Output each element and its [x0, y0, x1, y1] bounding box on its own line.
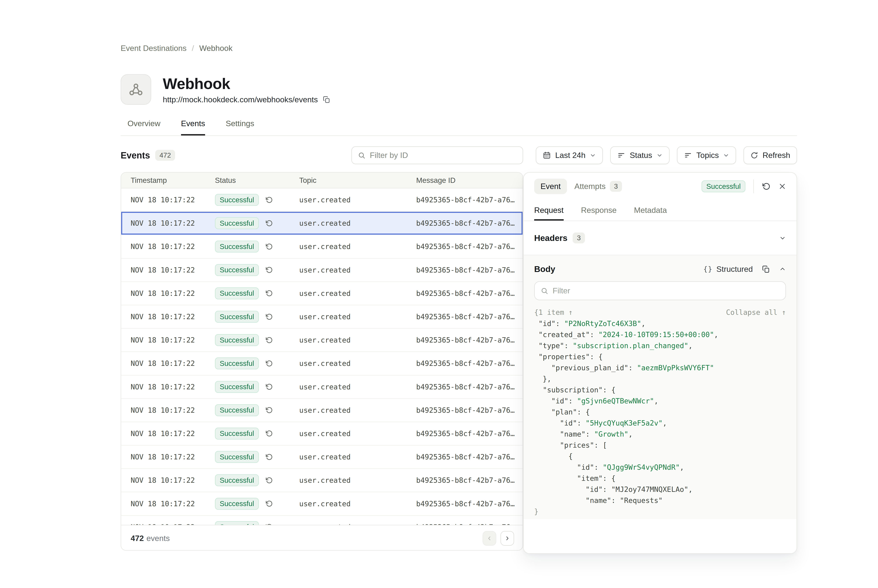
retry-icon[interactable] — [265, 500, 273, 508]
retry-icon[interactable] — [265, 336, 273, 344]
retry-event-button[interactable] — [762, 182, 771, 191]
cell-topic: user.created — [299, 289, 416, 298]
collapse-body-button[interactable] — [779, 266, 786, 273]
copy-url-button[interactable] — [323, 96, 331, 104]
table-row[interactable]: NOV 18 10:17:22Successfuluser.createdb49… — [121, 399, 523, 422]
cell-topic: user.created — [299, 476, 416, 484]
breadcrumb: Event Destinations / Webhook — [121, 44, 233, 53]
retry-icon[interactable] — [265, 266, 273, 274]
cell-topic: user.created — [299, 500, 416, 508]
events-total-label: events — [146, 534, 170, 543]
tab-metadata[interactable]: Metadata — [634, 200, 667, 220]
cell-status: Successful — [215, 217, 299, 229]
event-tab[interactable]: Event — [534, 178, 567, 194]
cell-status: Successful — [215, 404, 299, 416]
attempts-tab[interactable]: Attempts 3 — [574, 181, 622, 192]
retry-icon[interactable] — [265, 360, 273, 368]
table-row[interactable]: NOV 18 10:17:22Successfuluser.createdb49… — [121, 422, 523, 446]
table-row[interactable]: NOV 18 10:17:22Successfuluser.createdb49… — [121, 375, 523, 399]
status-badge: Successful — [215, 381, 259, 393]
table-row[interactable]: NOV 18 10:17:22Successfuluser.createdb49… — [121, 446, 523, 469]
json-items-summary[interactable]: {1 item ↑ — [534, 308, 573, 316]
webhook-icon — [128, 82, 144, 98]
table-row[interactable]: NOV 18 10:17:22Successfuluser.createdb49… — [121, 189, 523, 212]
structured-mode-toggle[interactable]: {} Structured — [703, 265, 753, 274]
cell-timestamp: NOV 18 10:17:22 — [131, 476, 215, 484]
copy-icon — [323, 96, 331, 104]
retry-icon[interactable] — [265, 406, 273, 414]
table-row[interactable]: NOV 18 10:17:22Successfuluser.createdb49… — [121, 282, 523, 305]
refresh-button[interactable]: Refresh — [744, 146, 797, 164]
close-panel-button[interactable] — [779, 183, 786, 190]
headers-section[interactable]: Headers 3 — [524, 221, 797, 255]
topics-filter-button[interactable]: Topics — [677, 146, 736, 164]
table-row[interactable]: NOV 18 10:17:22Successfuluser.createdb49… — [121, 259, 523, 282]
detail-panel-bottom-spacer — [524, 519, 797, 553]
table-row[interactable]: NOV 18 10:17:22Successfuluser.createdb49… — [121, 212, 523, 235]
events-toolbar: Events 472 — [121, 146, 797, 164]
table-row[interactable]: NOV 18 10:17:22Successfuluser.createdb49… — [121, 352, 523, 375]
status-filter-button[interactable]: Status — [610, 146, 669, 164]
tab-response[interactable]: Response — [581, 200, 617, 220]
breadcrumb-parent[interactable]: Event Destinations — [121, 44, 186, 53]
cell-timestamp: NOV 18 10:17:22 — [131, 359, 215, 368]
refresh-label: Refresh — [762, 151, 790, 160]
table-header-row: Timestamp Status Topic Message ID — [121, 172, 523, 189]
collapse-all-button[interactable]: Collapse all ↑ — [726, 308, 786, 316]
retry-icon[interactable] — [265, 290, 273, 297]
table-row[interactable]: NOV 18 10:17:22Successfuluser.createdb49… — [121, 328, 523, 352]
cell-timestamp: NOV 18 10:17:22 — [131, 406, 215, 414]
events-table: Timestamp Status Topic Message ID NOV 18… — [121, 172, 523, 550]
close-icon — [779, 183, 786, 190]
table-row[interactable]: NOV 18 10:17:22Successfuluser.createdb49… — [121, 492, 523, 516]
column-header-message-id: Message ID — [416, 176, 523, 184]
json-line: "properties": { — [534, 351, 786, 362]
json-line: "plan": { — [534, 406, 786, 418]
retry-icon[interactable] — [265, 313, 273, 321]
tab-events[interactable]: Events — [181, 119, 205, 135]
chevron-down-icon — [590, 152, 596, 159]
cell-message-id: b4925365-b8cf-42b7-a76… — [416, 219, 523, 227]
tab-settings[interactable]: Settings — [226, 119, 254, 135]
status-badge: Successful — [215, 474, 259, 486]
time-range-button[interactable]: Last 24h — [536, 146, 603, 164]
previous-page-button[interactable] — [483, 531, 496, 546]
retry-icon[interactable] — [265, 429, 273, 438]
retry-icon[interactable] — [265, 476, 273, 484]
cell-topic: user.created — [299, 219, 416, 227]
retry-icon[interactable] — [265, 453, 273, 461]
retry-icon[interactable] — [265, 383, 273, 391]
cell-topic: user.created — [299, 196, 416, 204]
table-row[interactable]: NOV 18 10:17:22Successfuluser.createdb49… — [121, 516, 523, 525]
body-filter-input[interactable] — [553, 286, 780, 296]
retry-icon[interactable] — [265, 219, 273, 227]
cell-message-id: b4925365-b8cf-42b7-a76… — [416, 242, 523, 251]
table-row[interactable]: NOV 18 10:17:22Successfuluser.createdb49… — [121, 469, 523, 492]
chevron-down-icon[interactable] — [779, 235, 786, 242]
tab-overview[interactable]: Overview — [128, 119, 161, 135]
retry-icon[interactable] — [265, 243, 273, 250]
next-page-button[interactable] — [501, 531, 514, 546]
copy-body-button[interactable] — [762, 265, 770, 273]
table-row[interactable]: NOV 18 10:17:22Successfuluser.createdb49… — [121, 305, 523, 328]
divider — [753, 180, 754, 193]
cell-message-id: b4925365-b8cf-42b7-a76… — [416, 383, 523, 391]
retry-icon[interactable] — [265, 196, 273, 204]
cell-timestamp: NOV 18 10:17:22 — [131, 242, 215, 251]
tab-request[interactable]: Request — [534, 200, 564, 220]
cell-status: Successful — [215, 381, 299, 393]
cell-status: Successful — [215, 264, 299, 276]
cell-status: Successful — [215, 241, 299, 252]
table-row[interactable]: NOV 18 10:17:22Successfuluser.createdb49… — [121, 235, 523, 258]
status-badge: Successful — [215, 404, 259, 416]
json-viewer: "id": "P2NoRtyZoTc46X3B","created_at": "… — [534, 318, 786, 517]
filter-by-id-input[interactable] — [370, 151, 517, 160]
cell-timestamp: NOV 18 10:17:22 — [131, 429, 215, 438]
filter-by-id-input-box — [351, 146, 523, 164]
chevron-down-icon — [656, 152, 663, 159]
retry-icon[interactable] — [265, 523, 273, 525]
json-line: "created_at": "2024-10-10T09:15:50+00:00… — [534, 329, 786, 340]
app-root: Event Destinations / Webhook W — [0, 0, 878, 588]
cell-topic: user.created — [299, 523, 416, 525]
breadcrumb-current[interactable]: Webhook — [199, 44, 233, 53]
